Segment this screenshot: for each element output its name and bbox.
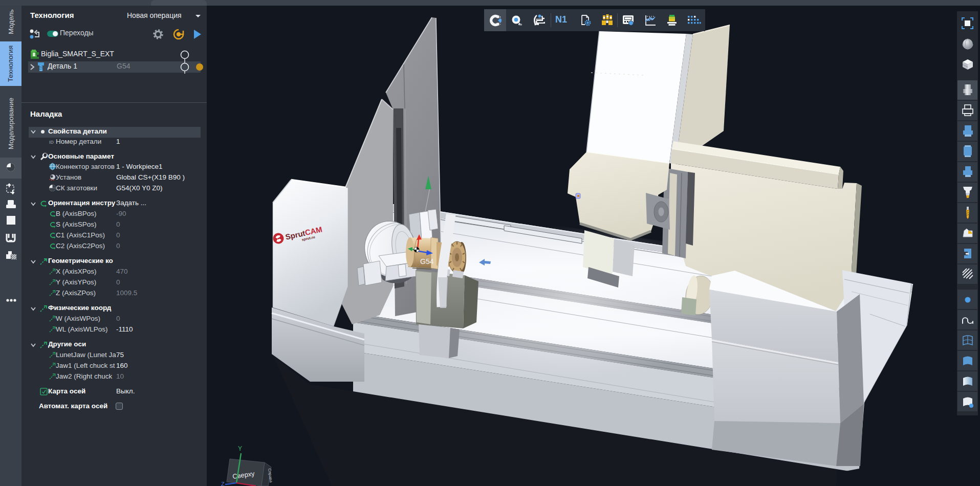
svg-text:Y: Y — [238, 445, 242, 452]
svg-text:Z: Z — [221, 481, 225, 486]
svg-text:G54: G54 — [420, 257, 434, 266]
